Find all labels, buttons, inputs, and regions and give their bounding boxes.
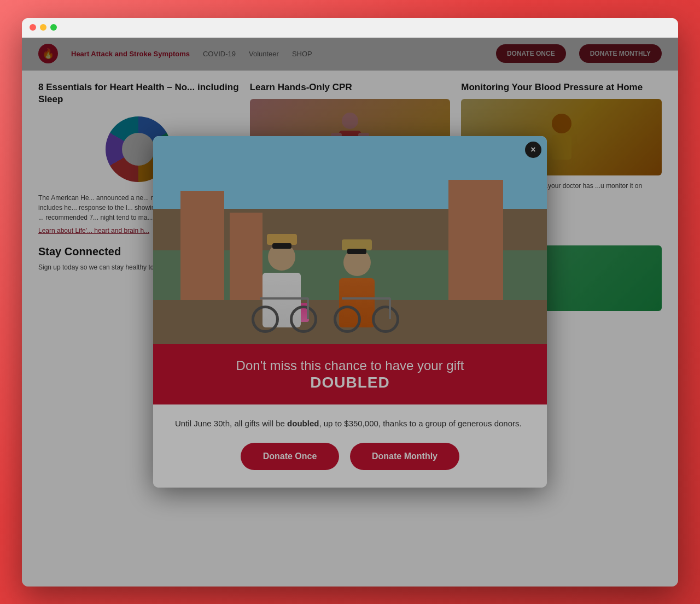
browser-chrome xyxy=(22,18,678,38)
site-content: 🔥 Heart Attack and Stroke Symptoms COVID… xyxy=(22,38,678,587)
modal-buttons: Donate Once Donate Monthly xyxy=(175,443,525,470)
modal-banner-line1: Don't miss this chance to have your gift xyxy=(170,357,530,374)
bike-frame xyxy=(260,297,309,319)
woman-head xyxy=(268,243,295,271)
woman-glasses xyxy=(272,243,291,249)
browser-dot-green[interactable] xyxy=(50,24,57,31)
bike-2 xyxy=(334,295,399,333)
modal-desc-after: , up to $350,000, thanks to a group of g… xyxy=(319,419,521,428)
modal-body: Until June 30th, all gifts will be doubl… xyxy=(153,404,547,488)
couple-bike-scene xyxy=(153,136,547,344)
building-3 xyxy=(448,180,503,300)
modal-donate-monthly-button[interactable]: Donate Monthly xyxy=(350,443,459,470)
modal-hero-image xyxy=(153,136,547,344)
building-2 xyxy=(230,213,262,300)
modal-banner-line2: DOUBLED xyxy=(170,374,530,391)
bike-1 xyxy=(252,295,317,333)
donation-modal: × xyxy=(153,136,547,488)
browser-dot-red[interactable] xyxy=(30,24,36,31)
building-1 xyxy=(180,191,224,300)
modal-donate-once-button[interactable]: Donate Once xyxy=(241,443,339,470)
modal-overlay[interactable]: × xyxy=(22,38,678,587)
browser-window: 🔥 Heart Attack and Stroke Symptoms COVID… xyxy=(22,18,678,587)
modal-desc-before: Until June 30th, all gifts will be xyxy=(175,419,287,428)
modal-close-button[interactable]: × xyxy=(525,142,541,158)
man-head xyxy=(343,249,371,276)
bike-2-frame xyxy=(342,297,391,319)
modal-red-banner: Don't miss this chance to have your gift… xyxy=(153,344,547,404)
modal-desc-bold: doubled xyxy=(287,419,319,428)
browser-dot-yellow[interactable] xyxy=(40,24,46,31)
man-glasses xyxy=(347,249,366,254)
modal-description: Until June 30th, all gifts will be doubl… xyxy=(175,418,525,430)
